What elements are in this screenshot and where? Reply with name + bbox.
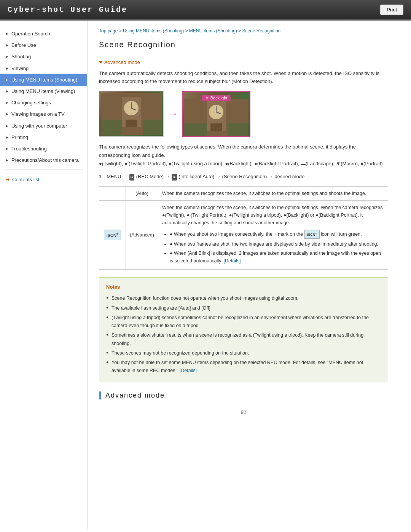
page-title: Scene Recognition: [99, 40, 388, 53]
sidebar-item-before-use[interactable]: ►Before Use: [0, 40, 87, 51]
arrow-icon: ►: [5, 89, 9, 94]
notes-list-item: Sometimes a slow shutter results when a …: [106, 331, 381, 348]
arrow-icon: ►: [5, 77, 9, 83]
arrow-icon: →: [167, 108, 178, 120]
contents-list-link[interactable]: ➜ Contents list: [0, 173, 87, 186]
breadcrumb-link[interactable]: MENU items (Shooting): [189, 28, 237, 34]
arrow-icon: ►: [5, 54, 9, 59]
sidebar-item-label: Using MENU items (Shooting): [11, 77, 77, 83]
breadcrumb-separator: >: [237, 28, 242, 34]
app-title: Cyber-shot User Guide: [8, 5, 127, 14]
advanced-mode-section-title: Advanced mode: [99, 391, 388, 399]
sidebar-item-label: Operation Search: [11, 30, 50, 37]
sidebar-item-label: Changing settings: [11, 99, 51, 106]
advanced-icon-cell: iSCN+: [99, 200, 126, 269]
sidebar-item-label: Viewing: [11, 65, 29, 72]
arrow-icon: ►: [5, 31, 9, 37]
notes-box: Notes Scene Recognition function does no…: [99, 277, 388, 382]
settings-table: (Auto) When the camera recognizes the sc…: [99, 186, 388, 270]
table-row: iSCN+ (Advanced) When the camera recogni…: [99, 200, 388, 269]
scene-text: The camera recognizes the following type…: [99, 143, 388, 168]
notes-list-item: Scene Recognition function does not oper…: [106, 294, 381, 302]
sidebar-item-operation-search[interactable]: ►Operation Search: [0, 28, 87, 40]
sidebar-item-using-menu-shooting[interactable]: ►Using MENU items (Shooting): [0, 74, 87, 86]
auto-label-cell: (Auto): [126, 186, 158, 200]
auto-description-cell: When the camera recognizes the scene, it…: [158, 186, 388, 200]
arrow-icon: ►: [5, 100, 9, 105]
notes-list: Scene Recognition function does not oper…: [106, 294, 381, 375]
print-button[interactable]: Print: [380, 5, 403, 15]
sidebar-divider: [5, 169, 82, 169]
svg-rect-14: [184, 123, 207, 137]
sidebar-item-precautions[interactable]: ►Precautions/About this camera: [0, 155, 87, 166]
sidebar-item-label: Troubleshooting: [11, 145, 47, 152]
svg-rect-7: [143, 120, 162, 135]
breadcrumb-link[interactable]: Top page: [99, 28, 118, 34]
arrow-icon: ►: [5, 43, 9, 48]
sidebar-item-viewing[interactable]: ►Viewing: [0, 63, 87, 74]
image-before: [99, 91, 164, 137]
details-link-1[interactable]: [Details]: [223, 258, 241, 264]
sidebar-item-label: Precautions/About this camera: [11, 157, 79, 164]
arrow-right-icon: ➜: [5, 176, 10, 182]
arrow-icon: ►: [5, 158, 9, 163]
backlight-icon-small: ☀: [205, 96, 209, 101]
sidebar-item-using-menu-viewing[interactable]: ►Using MENU items (Viewing): [0, 86, 87, 97]
sidebar-item-changing-settings[interactable]: ►Changing settings: [0, 97, 87, 109]
sidebar: ►Operation Search►Before Use►Shooting►Vi…: [0, 21, 88, 530]
arrow-icon: ►: [5, 135, 9, 140]
breadcrumb-separator: >: [184, 28, 189, 34]
notes-title: Notes: [106, 283, 381, 291]
sidebar-item-troubleshooting[interactable]: ►Troubleshooting: [0, 143, 87, 155]
main-content: Top page > Using MENU items (Shooting) >…: [88, 21, 400, 530]
sidebar-item-label: Shooting: [11, 53, 31, 60]
breadcrumb: Top page > Using MENU items (Shooting) >…: [99, 28, 388, 34]
main-layout: ►Operation Search►Before Use►Shooting►Vi…: [0, 21, 411, 530]
triangle-down-icon: [99, 61, 103, 64]
image-after: ☀ Backlight: [182, 91, 250, 137]
iscn-icon: iSCN+: [104, 230, 121, 240]
svg-rect-6: [101, 120, 122, 135]
notes-list-item: These scenes may not be recognized depen…: [106, 349, 381, 357]
svg-rect-15: [228, 123, 249, 137]
notes-list-item: The available flash settings are [Auto] …: [106, 304, 381, 312]
auto-icon-cell: [99, 186, 126, 200]
sidebar-item-using-computer[interactable]: ►Using with your computer: [0, 120, 87, 132]
notes-list-item: You may not be able to set some MENU ite…: [106, 359, 381, 375]
arrow-icon: ►: [5, 146, 9, 152]
backlight-badge: ☀ Backlight: [202, 95, 231, 101]
demo-images: → ☀ Backlight: [99, 91, 388, 137]
breadcrumb-separator: >: [118, 28, 123, 34]
sidebar-item-label: Using MENU items (Viewing): [11, 88, 75, 95]
sidebar-item-viewing-images-tv[interactable]: ►Viewing images on a TV: [0, 109, 87, 120]
arrow-icon: ►: [5, 112, 9, 117]
contents-list-label: Contents list: [12, 177, 40, 182]
sidebar-item-printing[interactable]: ►Printing: [0, 132, 87, 143]
backlight-label: Backlight: [210, 96, 228, 100]
header: Cyber-shot User Guide Print: [0, 0, 411, 21]
sidebar-item-shooting[interactable]: ►Shooting: [0, 51, 87, 62]
notes-list-item: (Twilight using a tripod) scenes sometim…: [106, 314, 381, 330]
arrow-icon: ►: [5, 123, 9, 129]
rec-mode-icon: i●: [129, 174, 134, 181]
sidebar-item-label: Printing: [11, 134, 28, 141]
details-link[interactable]: [Details]: [180, 368, 197, 373]
svg-rect-10: [210, 123, 222, 131]
advanced-label-cell: (Advanced): [126, 200, 158, 269]
sidebar-item-label: Using with your computer: [11, 123, 67, 129]
advanced-description-cell: When the camera recognizes the scene, it…: [158, 200, 388, 269]
intelligent-auto-icon: i●: [172, 174, 177, 181]
arrow-icon: ►: [5, 66, 9, 71]
advanced-mode-label: Advanced mode: [104, 59, 140, 65]
scene-icons: ●(Twilight), ●⁽(Twilight Portrait), ●(Tw…: [99, 161, 383, 166]
sidebar-item-label: Before Use: [11, 42, 36, 49]
breadcrumb-link[interactable]: Using MENU items (Shooting): [123, 28, 184, 34]
scene-text-1: The camera recognizes the following type…: [99, 144, 356, 158]
table-row: (Auto) When the camera recognizes the sc…: [99, 186, 388, 200]
svg-rect-2: [126, 120, 137, 127]
breadcrumb-link[interactable]: Scene Recognition: [242, 28, 281, 34]
step-instruction: 1．MENU → i● (REC Mode) → i● (Intelligent…: [99, 173, 388, 181]
advanced-mode-toggle[interactable]: Advanced mode: [99, 59, 388, 65]
page-number: 92: [99, 406, 388, 419]
sidebar-item-label: Viewing images on a TV: [11, 111, 65, 118]
